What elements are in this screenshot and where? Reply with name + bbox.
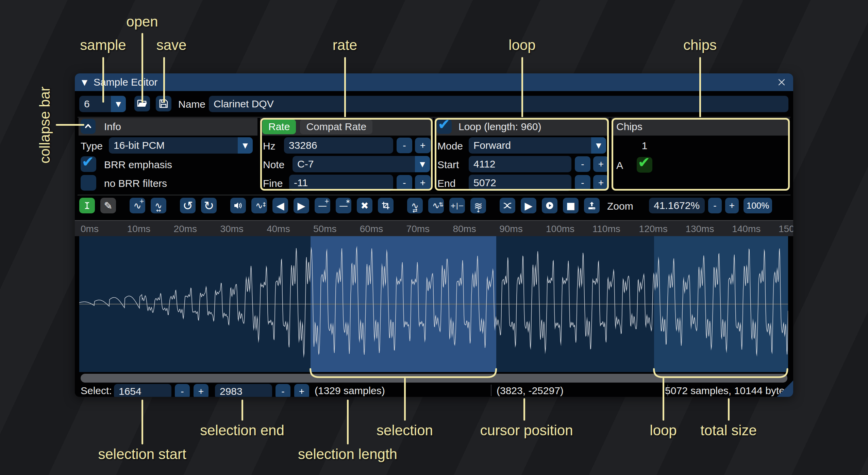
chevron-down-icon[interactable]: ▼	[591, 137, 606, 154]
open-button[interactable]	[134, 96, 150, 111]
check-icon: ✔	[438, 116, 450, 133]
close-icon[interactable]	[776, 77, 787, 88]
stretch-button[interactable]: ∿↔	[151, 198, 166, 213]
apply-silence-button[interactable]: —∗	[336, 198, 351, 213]
loop-end-plus-button[interactable]: +	[593, 175, 609, 191]
zoom-out-button[interactable]: -	[708, 198, 722, 213]
loop-start-minus-button[interactable]: -	[575, 156, 590, 172]
annotation-line-selection-start	[141, 400, 143, 444]
redo-button[interactable]: ↻	[201, 198, 217, 213]
fade-in-button[interactable]: ◀	[272, 198, 288, 213]
mode-dropdown-value: Forward	[473, 140, 511, 151]
hz-minus-button[interactable]: -	[397, 138, 412, 153]
waveform-scrollbar[interactable]	[81, 374, 787, 383]
chevron-down-icon[interactable]: ▼	[111, 96, 126, 112]
invert-button[interactable]: ∿⇅	[428, 198, 444, 213]
tab-rate[interactable]: Rate	[262, 119, 296, 134]
loop-end-label: End	[437, 178, 455, 189]
draw-icon: ✎	[104, 200, 112, 212]
signed-unsigned-button[interactable]: +|−	[449, 198, 465, 213]
selection-end-input[interactable]: 2983	[215, 384, 272, 397]
preview-button[interactable]	[542, 198, 557, 213]
name-input[interactable]: Clarinet DQV	[209, 96, 788, 112]
no-brr-filters-label: no BRR filters	[104, 178, 167, 189]
insert-silence-button[interactable]: —+	[315, 198, 330, 213]
folder-open-icon	[137, 99, 148, 108]
type-dropdown[interactable]: 16-bit PCM ▼	[109, 137, 253, 154]
note-dropdown[interactable]: C-7 ▼	[293, 156, 430, 172]
info-collapse-button[interactable]	[81, 119, 96, 134]
total-size-text: 5072 samples, 10144 bytes	[665, 385, 790, 397]
check-icon: ✔	[82, 153, 94, 170]
undo-button[interactable]: ↺	[180, 198, 196, 213]
annotation-label-save: save	[156, 37, 187, 53]
titlebar[interactable]: ▼ Sample Editor	[75, 73, 793, 91]
chips-row-label: A	[616, 160, 623, 171]
loop-start-label: Start	[437, 159, 459, 171]
brr-emphasis-checkbox[interactable]: ✔	[81, 156, 96, 172]
export-button[interactable]	[584, 198, 600, 213]
hz-input[interactable]: 33286	[284, 137, 393, 154]
chevron-down-icon[interactable]: ▼	[415, 156, 430, 172]
stop-button[interactable]: ■	[563, 198, 579, 213]
fade-out-button[interactable]: ▶	[294, 198, 309, 213]
zoom-in-button[interactable]: +	[725, 198, 739, 213]
ruler-tick: 30ms	[220, 224, 243, 234]
loop-start-input[interactable]: 4112	[469, 156, 571, 172]
hz-plus-button[interactable]: +	[415, 138, 431, 153]
no-brr-filters-checkbox[interactable]: ✔	[81, 175, 96, 191]
fade-out-icon: ▶	[297, 200, 305, 212]
window-collapse-icon[interactable]: ▼	[82, 78, 87, 87]
stop-icon: ■	[566, 200, 575, 211]
resize-grip-icon[interactable]	[777, 381, 793, 397]
annotation-label-collapse-bar: collapse bar	[37, 87, 53, 163]
zoom-reset-button[interactable]: 100%	[744, 198, 772, 213]
filter-button[interactable]: ≋↓	[470, 198, 486, 213]
chip-a-enable-checkbox[interactable]: ✔	[637, 157, 652, 173]
select-button[interactable]	[79, 198, 95, 213]
crossfade-button[interactable]	[500, 198, 515, 213]
loop-end-input[interactable]: 5072	[469, 175, 571, 191]
loop-end-minus-button[interactable]: -	[575, 175, 590, 191]
resample-button[interactable]: ∿+	[130, 198, 145, 213]
play-button[interactable]: ▶	[521, 198, 536, 213]
amplify-button[interactable]	[230, 198, 246, 213]
chips-column-header: 1	[637, 140, 652, 152]
reverse-button[interactable]: ∿⇄	[407, 198, 423, 213]
play-icon: ▶	[524, 200, 532, 212]
fine-plus-button[interactable]: +	[415, 175, 431, 191]
select-label: Select:	[81, 385, 112, 397]
delete-button[interactable]: ✖	[357, 198, 372, 213]
zoom-input[interactable]: 41.1672%	[649, 198, 705, 213]
check-icon: ✔	[638, 154, 650, 171]
ruler-tick: 130ms	[685, 224, 714, 234]
annotation-label-open: open	[126, 14, 158, 30]
chevron-down-icon[interactable]: ▼	[238, 137, 253, 154]
selection-end-minus-button[interactable]: -	[276, 384, 290, 397]
normalize-button[interactable]: ∿↕	[251, 198, 267, 213]
ruler-tick: 10ms	[127, 224, 150, 234]
annotation-label-selection: selection	[377, 422, 433, 439]
selection-start-plus-button[interactable]: +	[194, 384, 208, 397]
timeline-ruler[interactable]: 0ms10ms20ms30ms40ms50ms60ms70ms80ms90ms1…	[75, 220, 793, 236]
waveform-canvas[interactable]	[79, 236, 788, 372]
selection-end-plus-button[interactable]: +	[294, 384, 309, 397]
annotation-label-selection-length: selection length	[298, 446, 397, 462]
name-input-value: Clarinet DQV	[214, 98, 274, 110]
fine-minus-button[interactable]: -	[397, 175, 412, 191]
ruler-tick: 0ms	[81, 224, 99, 234]
draw-button[interactable]: ✎	[100, 198, 116, 213]
save-button[interactable]	[156, 96, 171, 111]
rate-panel-header: Rate Compat Rate	[260, 118, 433, 136]
mode-dropdown[interactable]: Forward ▼	[469, 137, 606, 154]
selection-start-minus-button[interactable]: -	[175, 384, 190, 397]
sample-selector[interactable]: 6 ▼	[79, 96, 126, 112]
loop-start-plus-button[interactable]: +	[593, 156, 609, 172]
fine-input[interactable]: -11	[289, 175, 393, 191]
trim-button[interactable]	[378, 198, 394, 213]
delete-icon: ✖	[361, 200, 368, 211]
annotation-label-rate: rate	[333, 37, 357, 53]
selection-start-input[interactable]: 1654	[114, 384, 171, 397]
loop-checkbox[interactable]: ✔	[437, 119, 452, 134]
tab-compat-rate[interactable]: Compat Rate	[300, 119, 372, 134]
